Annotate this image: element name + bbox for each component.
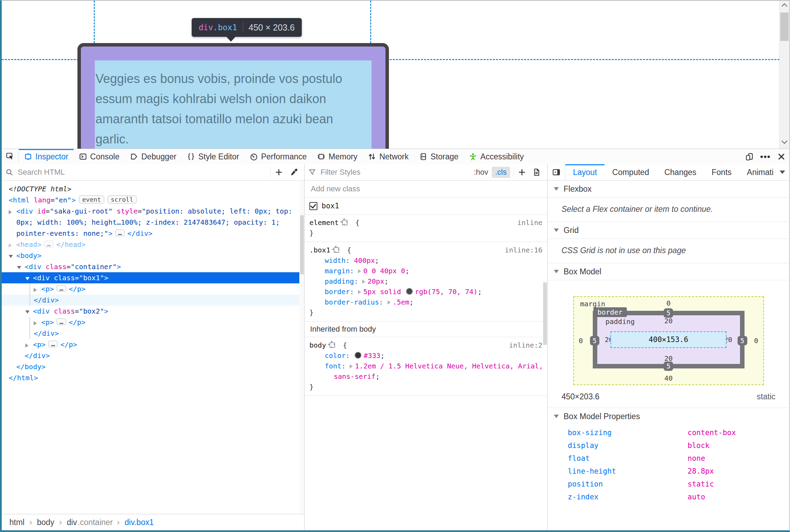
border-bottom-value[interactable]: 5: [664, 361, 673, 371]
tab-performance[interactable]: Performance: [244, 149, 312, 164]
breadcrumb-item[interactable]: html: [9, 518, 24, 527]
filter-styles-input[interactable]: [320, 167, 470, 177]
markup-row[interactable]: </div>: [2, 328, 299, 339]
print-media-button[interactable]: [529, 166, 544, 178]
markup-row[interactable]: </div>: [2, 294, 299, 306]
property-name[interactable]: box-sizing: [548, 429, 688, 437]
border-left-value[interactable]: 5: [590, 336, 599, 346]
add-rule-button[interactable]: [515, 166, 529, 178]
tab-console[interactable]: Console: [74, 149, 125, 164]
markup-row[interactable]: <div id="saka-gui-root" style="position:…: [2, 206, 299, 217]
breadcrumb-item[interactable]: div: [67, 518, 77, 527]
tab-changes[interactable]: Changes: [657, 164, 704, 180]
expand-arrow-icon[interactable]: [34, 317, 41, 329]
class-panel-toggle[interactable]: .cls: [492, 167, 510, 178]
all-tabs-menu-button[interactable]: [775, 164, 789, 180]
expand-arrow-icon[interactable]: [9, 206, 16, 217]
markup-row[interactable]: <p>…</p>: [2, 317, 299, 328]
box-model-section-header[interactable]: Box Model: [548, 263, 789, 280]
tab-layout[interactable]: Layout: [565, 164, 605, 180]
border-right-value[interactable]: 5: [738, 336, 747, 346]
property-value[interactable]: content-box: [688, 429, 736, 437]
collapse-arrow-icon[interactable]: [9, 251, 16, 262]
tab-computed[interactable]: Computed: [605, 164, 657, 180]
markup-row[interactable]: </body>: [2, 361, 299, 372]
margin-left-value[interactable]: 0: [579, 336, 583, 345]
property-name[interactable]: display: [548, 441, 688, 450]
box1-style-rule[interactable]: .box1 {inline:16 width: 400px; margin: 0…: [305, 242, 547, 322]
markup-row[interactable]: <head>…</head>: [2, 239, 299, 250]
property-name[interactable]: line-height: [548, 467, 688, 475]
markup-scrollbar[interactable]: [300, 181, 304, 514]
expand-arrow-icon[interactable]: [25, 340, 33, 351]
markup-row[interactable]: <body>: [2, 250, 299, 261]
markup-row[interactable]: </html>: [2, 372, 299, 383]
property-name[interactable]: float: [548, 454, 688, 463]
rules-scrollbar[interactable]: [543, 282, 547, 345]
margin-bottom-value[interactable]: 40: [664, 374, 673, 382]
box-model-border-layer[interactable]: padding 20 20 20 20 400×153.6: [593, 311, 745, 368]
box-model-properties-header[interactable]: Box Model Properties: [548, 408, 789, 425]
markup-row[interactable]: <div class="box2">: [2, 306, 299, 317]
collapse-arrow-icon[interactable]: [25, 306, 33, 317]
close-devtools-button[interactable]: ✕: [773, 149, 789, 164]
eyedropper-button[interactable]: [286, 166, 301, 178]
tab-inspector[interactable]: Inspector: [19, 149, 74, 164]
rule-location[interactable]: inline: [517, 217, 542, 228]
property-value[interactable]: auto: [688, 493, 705, 501]
markup-row[interactable]: pointer-events: none;">…</div>: [2, 228, 299, 239]
markup-row-selected[interactable]: <div class="box1">: [2, 272, 299, 283]
markup-row[interactable]: </div>: [2, 350, 299, 361]
box-model-margin-layer[interactable]: margin 0 0 0 40 padding 20 20 20 20: [573, 296, 764, 385]
markup-row[interactable]: <p>…</p>: [2, 339, 299, 350]
box-model-padding-layer[interactable]: padding 20 20 20 20 400×153.6: [597, 315, 740, 364]
property-value[interactable]: block: [688, 441, 709, 450]
class-toggle-row[interactable]: box1: [305, 198, 547, 215]
sidebar-toggle-button[interactable]: [548, 164, 565, 180]
breadcrumb-item[interactable]: div.box1: [125, 518, 154, 527]
collapse-arrow-icon[interactable]: [25, 273, 33, 284]
add-class-input[interactable]: [310, 184, 542, 194]
tab-memory[interactable]: Memory: [312, 149, 363, 164]
page-scrollbar[interactable]: [779, 1, 789, 149]
tab-fonts[interactable]: Fonts: [704, 164, 739, 180]
devtools-menu-button[interactable]: •••: [757, 149, 773, 164]
property-name[interactable]: position: [548, 480, 688, 488]
rule-location[interactable]: inline:2: [509, 340, 542, 350]
margin-right-value[interactable]: 0: [754, 336, 758, 345]
expand-arrow-icon[interactable]: [34, 284, 41, 295]
margin-top-value[interactable]: 0: [666, 299, 671, 307]
breadcrumb-item[interactable]: .container: [78, 518, 113, 527]
padding-top-value[interactable]: 20: [664, 317, 673, 325]
property-name[interactable]: z-index: [548, 493, 688, 501]
markup-row[interactable]: <p>…</p>: [2, 283, 299, 294]
tab-network[interactable]: Network: [363, 149, 414, 164]
markup-scrollbar-thumb[interactable]: [300, 215, 304, 274]
property-value[interactable]: static: [688, 480, 714, 488]
body-style-rule[interactable]: body {inline:2 color: #333; font: 1.2em …: [305, 337, 547, 396]
markup-row[interactable]: <html lang="en">eventscroll: [2, 194, 299, 206]
expand-arrow-icon[interactable]: [9, 240, 16, 251]
breadcrumb-item[interactable]: body: [37, 518, 54, 527]
border-top-value[interactable]: 5: [664, 308, 673, 318]
markup-row[interactable]: 0px; width: 100%; height…100%; z-index: …: [2, 217, 299, 228]
collapse-arrow-icon[interactable]: [17, 262, 25, 273]
tab-animations[interactable]: Animati: [739, 164, 774, 180]
element-style-rule[interactable]: element {inline }: [305, 215, 547, 242]
box-model-content[interactable]: 400×153.6: [610, 331, 726, 348]
scroll-down-icon[interactable]: [782, 138, 788, 144]
search-input[interactable]: [17, 167, 270, 177]
tab-accessibility[interactable]: Accessibility: [464, 149, 529, 164]
markup-row[interactable]: <!DOCTYPE html>: [2, 183, 299, 194]
class-checkbox[interactable]: [309, 202, 317, 210]
grid-section-header[interactable]: Grid: [548, 222, 789, 239]
scroll-up-icon[interactable]: [782, 3, 788, 9]
markup-row[interactable]: <div class="container">: [2, 261, 299, 272]
scrollbar-thumb[interactable]: [780, 13, 789, 41]
pick-element-button[interactable]: [2, 149, 18, 164]
responsive-design-mode-button[interactable]: [741, 149, 757, 164]
tab-style-editor[interactable]: Style Editor: [182, 149, 244, 164]
rules-scrollbar-thumb[interactable]: [543, 282, 547, 345]
tab-storage[interactable]: Storage: [414, 149, 464, 164]
flexbox-section-header[interactable]: Flexbox: [548, 181, 789, 198]
